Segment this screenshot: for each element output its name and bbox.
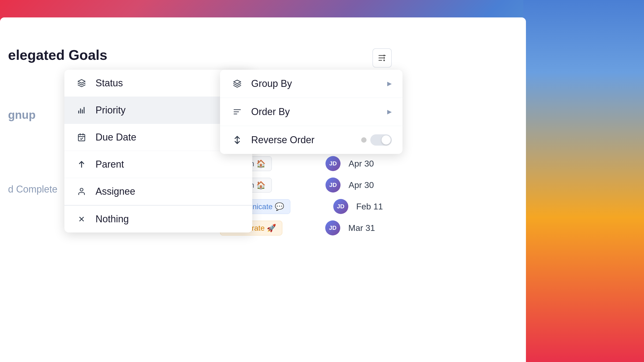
order-by-icon [231, 105, 244, 118]
reverse-order-icon [231, 134, 244, 146]
main-panel: elegated Goals gnup d Complete Platform … [0, 17, 526, 362]
sort-options-menu: Group By ▶ Order By ▶ [220, 70, 402, 154]
avatar-2: JD [325, 156, 341, 171]
menu-item-priority-label: Priority [96, 105, 126, 116]
page-title: elegated Goals [8, 47, 107, 63]
menu-item-group-by[interactable]: Group By ▶ [220, 70, 402, 98]
arrow-up-icon [75, 158, 88, 171]
menu-item-group-by-label: Group By [251, 78, 292, 89]
reverse-order-toggle-container [361, 134, 392, 146]
avatar-3: JD [325, 178, 341, 193]
svg-rect-11 [78, 134, 85, 141]
menu-item-parent-label: Parent [96, 159, 124, 170]
toggle-indicator-dot [361, 137, 367, 143]
date-2: Apr 30 [349, 159, 374, 169]
svg-point-16 [80, 188, 83, 191]
calendar-icon [75, 131, 88, 144]
svg-point-3 [383, 55, 385, 56]
svg-marker-6 [78, 80, 85, 83]
avatar-4: JD [333, 199, 348, 214]
chevron-right-icon-group: ▶ [387, 80, 392, 87]
menu-item-assignee[interactable]: Assignee [64, 178, 252, 205]
menu-item-order-by-label: Order By [251, 106, 290, 117]
layers-icon [75, 77, 88, 90]
svg-marker-19 [234, 80, 241, 84]
date-5: Mar 31 [348, 223, 375, 233]
menu-item-order-by[interactable]: Order By ▶ [220, 98, 402, 126]
menu-item-parent[interactable]: Parent [64, 151, 252, 178]
menu-item-assignee-label: Assignee [96, 186, 135, 197]
menu-item-status-label: Status [96, 77, 123, 89]
reverse-order-toggle[interactable] [370, 134, 392, 146]
menu-item-due-date-label: Due Date [96, 132, 136, 143]
menu-item-nothing[interactable]: Nothing [64, 206, 252, 232]
x-icon [75, 213, 88, 226]
menu-item-nothing-label: Nothing [96, 213, 129, 225]
avatar-5: JD [325, 220, 340, 235]
signup-label: gnup [8, 109, 36, 121]
bar-chart-icon [75, 104, 88, 117]
background-right-accent [523, 0, 644, 362]
date-4: Feb 11 [356, 202, 383, 212]
person-icon [75, 185, 88, 198]
group-by-icon [231, 77, 244, 90]
svg-point-5 [383, 60, 385, 61]
svg-point-4 [383, 57, 385, 59]
filter-sort-button[interactable] [372, 48, 392, 68]
chevron-right-icon-order: ▶ [387, 108, 392, 115]
menu-item-reverse-order-label: Reverse Order [251, 134, 314, 146]
date-3: Apr 30 [349, 180, 374, 190]
menu-item-reverse-order[interactable]: Reverse Order [220, 126, 402, 154]
complete-label: d Complete [8, 184, 57, 195]
filter-icon [377, 53, 387, 63]
toggle-knob [382, 135, 391, 145]
